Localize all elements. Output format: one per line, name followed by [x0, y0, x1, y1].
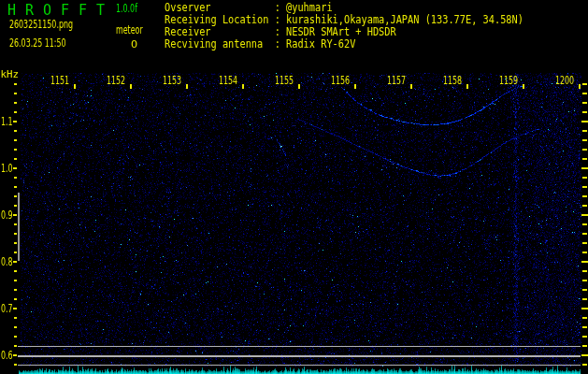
y-major-tick-right: [581, 354, 588, 356]
y-minor-tick-left: [14, 289, 17, 291]
y-minor-tick-left: [14, 93, 17, 94]
y-minor-tick-left: [14, 130, 17, 132]
y-tick-label: 0.6: [1, 350, 13, 361]
x-tick-label: 1155: [275, 75, 294, 86]
x-tick-label: 1152: [107, 75, 125, 86]
y-minor-tick-right: [582, 158, 587, 160]
info-value: Radix RY-62V: [286, 36, 355, 50]
y-tick-label: 1.0: [1, 163, 13, 174]
x-tick-mark: [523, 84, 524, 89]
y-major-tick-right: [581, 214, 588, 216]
x-tick-label: 1200: [555, 75, 574, 86]
y-minor-tick-left: [14, 158, 17, 160]
x-tick-mark: [354, 84, 356, 89]
y-minor-tick-right: [582, 139, 587, 141]
y-minor-tick-right: [582, 102, 587, 104]
left-edge-marker-line: [18, 193, 20, 261]
y-minor-tick-right: [582, 364, 587, 366]
y-minor-tick-left: [14, 280, 17, 281]
y-major-tick-right: [581, 167, 588, 169]
y-major-tick-left: [13, 261, 18, 263]
level-reference-line: [18, 346, 581, 348]
y-tick-label: 1.1: [1, 116, 13, 127]
spectrogram-canvas: [0, 0, 588, 374]
y-minor-tick-right: [582, 205, 587, 207]
observation-mode-label: meteor: [116, 24, 143, 36]
y-minor-tick-right: [582, 83, 587, 85]
y-minor-tick-right: [582, 280, 587, 281]
y-minor-tick-right: [582, 326, 587, 328]
y-minor-tick-left: [14, 83, 17, 85]
y-minor-tick-right: [582, 298, 587, 300]
y-minor-tick-left: [14, 326, 17, 328]
y-minor-tick-right: [582, 345, 587, 347]
y-minor-tick-left: [14, 270, 17, 272]
x-tick-label: 1156: [331, 75, 350, 86]
y-minor-tick-left: [14, 111, 17, 113]
y-major-tick-right: [581, 308, 588, 309]
x-tick-mark: [579, 84, 581, 89]
y-minor-tick-left: [14, 252, 17, 253]
y-minor-tick-right: [582, 130, 587, 132]
x-tick-mark: [186, 84, 188, 89]
y-minor-tick-right: [582, 186, 587, 188]
y-minor-tick-left: [14, 223, 17, 225]
y-minor-tick-left: [14, 317, 17, 319]
x-tick-mark: [298, 84, 300, 89]
x-tick-mark: [130, 84, 132, 89]
y-tick-label: 0.9: [1, 209, 13, 221]
y-minor-tick-left: [14, 149, 17, 151]
hrofft-screen: HROFFT 1.0.0f 2603251150.png meteor 26.0…: [0, 0, 588, 374]
x-tick-mark: [74, 84, 76, 89]
x-tick-label: 1153: [163, 75, 181, 86]
y-major-tick-right: [581, 121, 588, 122]
y-major-tick-left: [13, 354, 18, 356]
x-tick-label: 1154: [219, 75, 237, 86]
y-minor-tick-right: [582, 252, 587, 253]
y-tick-label: 0.8: [1, 256, 13, 267]
y-minor-tick-left: [14, 242, 17, 244]
y-tick-label: 0.7: [1, 303, 13, 314]
echo-count: 0: [131, 39, 137, 50]
y-minor-tick-left: [14, 336, 17, 338]
y-minor-tick-left: [14, 186, 17, 188]
y-minor-tick-right: [582, 289, 587, 291]
y-major-tick-right: [581, 261, 588, 263]
app-title: HROFFT: [7, 4, 114, 18]
y-minor-tick-right: [582, 317, 587, 319]
y-minor-tick-left: [14, 195, 17, 197]
x-tick-mark: [242, 84, 244, 89]
y-minor-tick-left: [14, 102, 17, 104]
y-major-tick-left: [13, 308, 18, 309]
y-minor-tick-right: [582, 111, 587, 113]
y-minor-tick-left: [14, 298, 17, 300]
y-minor-tick-right: [582, 242, 587, 244]
khz-unit-label: kHz: [1, 69, 20, 79]
y-minor-tick-right: [582, 336, 587, 338]
x-tick-mark: [466, 84, 468, 89]
info-label: Recviving antenna: [165, 36, 268, 50]
y-major-tick-left: [13, 167, 18, 169]
y-minor-tick-right: [582, 270, 587, 272]
info-separator: :: [268, 36, 286, 50]
x-tick-label: 1158: [443, 75, 462, 86]
level-reference-line: [18, 355, 581, 357]
y-minor-tick-left: [14, 345, 17, 347]
y-minor-tick-left: [14, 177, 17, 179]
file-name: 2603251150.png: [9, 19, 73, 30]
y-minor-tick-left: [14, 205, 17, 207]
y-minor-tick-right: [582, 195, 587, 197]
y-minor-tick-right: [582, 93, 587, 94]
x-tick-label: 1151: [50, 75, 69, 86]
y-minor-tick-right: [582, 149, 587, 151]
y-minor-tick-left: [14, 139, 17, 141]
y-minor-tick-left: [14, 364, 17, 366]
x-tick-mark: [410, 84, 412, 89]
x-tick-label: 1157: [387, 75, 406, 86]
y-minor-tick-right: [582, 233, 587, 235]
date-time: 26.03.25 11:50: [9, 37, 66, 49]
y-minor-tick-right: [582, 223, 587, 225]
y-minor-tick-left: [14, 233, 17, 235]
y-major-tick-left: [13, 121, 18, 122]
y-minor-tick-right: [582, 177, 587, 179]
